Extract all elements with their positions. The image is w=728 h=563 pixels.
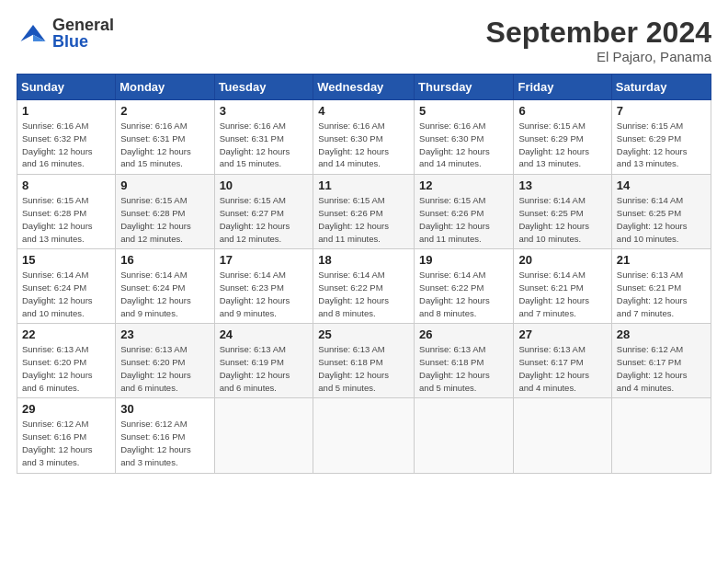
- day-info: Sunrise: 6:15 AMSunset: 6:28 PMDaylight:…: [120, 194, 209, 245]
- day-info: Sunrise: 6:14 AMSunset: 6:21 PMDaylight:…: [518, 269, 606, 319]
- page: General Blue September 2024 El Pajaro, P…: [0, 0, 728, 563]
- table-row: 22Sunrise: 6:13 AMSunset: 6:20 PMDayligh…: [17, 324, 116, 398]
- col-monday: Monday: [116, 75, 214, 100]
- table-row: 7Sunrise: 6:15 AMSunset: 6:29 PMDaylight…: [611, 100, 711, 175]
- table-row: 18Sunrise: 6:14 AMSunset: 6:22 PMDayligh…: [313, 249, 415, 324]
- day-info: Sunrise: 6:15 AMSunset: 6:26 PMDaylight:…: [318, 194, 409, 245]
- day-info: Sunrise: 6:16 AMSunset: 6:31 PMDaylight:…: [120, 120, 209, 170]
- table-row: 24Sunrise: 6:13 AMSunset: 6:19 PMDayligh…: [214, 324, 313, 398]
- table-row: 13Sunrise: 6:14 AMSunset: 6:25 PMDayligh…: [514, 175, 611, 249]
- day-number: 29: [22, 402, 110, 416]
- day-info: Sunrise: 6:15 AMSunset: 6:28 PMDaylight:…: [22, 194, 110, 245]
- day-info: Sunrise: 6:16 AMSunset: 6:30 PMDaylight:…: [419, 120, 508, 170]
- logo-general-text: General: [52, 17, 114, 33]
- day-info: Sunrise: 6:12 AMSunset: 6:17 PMDaylight:…: [617, 343, 706, 394]
- day-info: Sunrise: 6:13 AMSunset: 6:20 PMDaylight:…: [120, 343, 209, 394]
- day-number: 6: [518, 104, 606, 118]
- table-row: 25Sunrise: 6:13 AMSunset: 6:18 PMDayligh…: [313, 324, 415, 398]
- day-number: 14: [617, 178, 706, 192]
- col-tuesday: Tuesday: [214, 75, 313, 100]
- day-number: 19: [419, 253, 508, 267]
- day-number: 26: [419, 327, 508, 341]
- day-info: Sunrise: 6:15 AMSunset: 6:29 PMDaylight:…: [518, 120, 606, 170]
- day-info: Sunrise: 6:13 AMSunset: 6:18 PMDaylight:…: [419, 343, 508, 394]
- table-row: 3Sunrise: 6:16 AMSunset: 6:31 PMDaylight…: [214, 100, 313, 175]
- day-number: 12: [419, 178, 508, 192]
- day-info: Sunrise: 6:16 AMSunset: 6:32 PMDaylight:…: [22, 120, 110, 170]
- table-row: 9Sunrise: 6:15 AMSunset: 6:28 PMDaylight…: [116, 175, 214, 249]
- col-thursday: Thursday: [415, 75, 514, 100]
- day-number: 22: [22, 327, 110, 341]
- calendar-week-row: 1Sunrise: 6:16 AMSunset: 6:32 PMDaylight…: [17, 100, 711, 175]
- day-number: 13: [518, 178, 606, 192]
- table-row: 23Sunrise: 6:13 AMSunset: 6:20 PMDayligh…: [116, 324, 214, 398]
- logo-bird-icon: [17, 17, 50, 50]
- day-info: Sunrise: 6:14 AMSunset: 6:25 PMDaylight:…: [617, 194, 706, 245]
- month-title: September 2024: [486, 17, 711, 49]
- day-number: 17: [220, 253, 309, 267]
- table-row: [214, 398, 313, 473]
- table-row: 6Sunrise: 6:15 AMSunset: 6:29 PMDaylight…: [514, 100, 611, 175]
- day-number: 16: [120, 253, 209, 267]
- col-sunday: Sunday: [17, 75, 116, 100]
- table-row: 10Sunrise: 6:15 AMSunset: 6:27 PMDayligh…: [214, 175, 313, 249]
- day-number: 5: [419, 104, 508, 118]
- calendar-week-row: 15Sunrise: 6:14 AMSunset: 6:24 PMDayligh…: [17, 249, 711, 324]
- table-row: 28Sunrise: 6:12 AMSunset: 6:17 PMDayligh…: [611, 324, 711, 398]
- day-info: Sunrise: 6:14 AMSunset: 6:22 PMDaylight:…: [318, 269, 409, 319]
- col-friday: Friday: [514, 75, 611, 100]
- day-number: 2: [120, 104, 209, 118]
- day-number: 20: [518, 253, 606, 267]
- calendar: Sunday Monday Tuesday Wednesday Thursday…: [17, 74, 711, 473]
- table-row: 15Sunrise: 6:14 AMSunset: 6:24 PMDayligh…: [17, 249, 116, 324]
- day-number: 24: [220, 327, 309, 341]
- table-row: [611, 398, 711, 473]
- table-row: [313, 398, 415, 473]
- table-row: 27Sunrise: 6:13 AMSunset: 6:17 PMDayligh…: [514, 324, 611, 398]
- table-row: 2Sunrise: 6:16 AMSunset: 6:31 PMDaylight…: [116, 100, 214, 175]
- day-number: 7: [617, 104, 706, 118]
- day-info: Sunrise: 6:12 AMSunset: 6:16 PMDaylight:…: [120, 418, 209, 468]
- table-row: [415, 398, 514, 473]
- day-number: 28: [617, 327, 706, 341]
- calendar-week-row: 8Sunrise: 6:15 AMSunset: 6:28 PMDaylight…: [17, 175, 711, 249]
- logo: General Blue: [17, 17, 114, 50]
- day-number: 8: [22, 178, 110, 192]
- calendar-week-row: 22Sunrise: 6:13 AMSunset: 6:20 PMDayligh…: [17, 324, 711, 398]
- logo-blue-text: Blue: [52, 33, 114, 50]
- calendar-header-row: Sunday Monday Tuesday Wednesday Thursday…: [17, 75, 711, 100]
- day-info: Sunrise: 6:15 AMSunset: 6:26 PMDaylight:…: [419, 194, 508, 245]
- day-info: Sunrise: 6:14 AMSunset: 6:25 PMDaylight:…: [518, 194, 606, 245]
- day-number: 4: [318, 104, 409, 118]
- header: General Blue September 2024 El Pajaro, P…: [17, 17, 711, 64]
- table-row: 21Sunrise: 6:13 AMSunset: 6:21 PMDayligh…: [611, 249, 711, 324]
- day-number: 1: [22, 104, 110, 118]
- col-saturday: Saturday: [611, 75, 711, 100]
- table-row: 20Sunrise: 6:14 AMSunset: 6:21 PMDayligh…: [514, 249, 611, 324]
- table-row: 11Sunrise: 6:15 AMSunset: 6:26 PMDayligh…: [313, 175, 415, 249]
- table-row: 17Sunrise: 6:14 AMSunset: 6:23 PMDayligh…: [214, 249, 313, 324]
- day-info: Sunrise: 6:14 AMSunset: 6:24 PMDaylight:…: [22, 269, 110, 319]
- day-info: Sunrise: 6:12 AMSunset: 6:16 PMDaylight:…: [22, 418, 110, 468]
- day-info: Sunrise: 6:13 AMSunset: 6:17 PMDaylight:…: [518, 343, 606, 394]
- table-row: 4Sunrise: 6:16 AMSunset: 6:30 PMDaylight…: [313, 100, 415, 175]
- calendar-week-row: 29Sunrise: 6:12 AMSunset: 6:16 PMDayligh…: [17, 398, 711, 473]
- table-row: 8Sunrise: 6:15 AMSunset: 6:28 PMDaylight…: [17, 175, 116, 249]
- table-row: 29Sunrise: 6:12 AMSunset: 6:16 PMDayligh…: [17, 398, 116, 473]
- table-row: 14Sunrise: 6:14 AMSunset: 6:25 PMDayligh…: [611, 175, 711, 249]
- table-row: 5Sunrise: 6:16 AMSunset: 6:30 PMDaylight…: [415, 100, 514, 175]
- day-info: Sunrise: 6:13 AMSunset: 6:18 PMDaylight:…: [318, 343, 409, 394]
- title-block: September 2024 El Pajaro, Panama: [486, 17, 711, 64]
- logo-label: General Blue: [52, 17, 114, 50]
- day-number: 3: [220, 104, 309, 118]
- table-row: 1Sunrise: 6:16 AMSunset: 6:32 PMDaylight…: [17, 100, 116, 175]
- day-number: 11: [318, 178, 409, 192]
- day-info: Sunrise: 6:14 AMSunset: 6:24 PMDaylight:…: [120, 269, 209, 319]
- table-row: 19Sunrise: 6:14 AMSunset: 6:22 PMDayligh…: [415, 249, 514, 324]
- day-info: Sunrise: 6:15 AMSunset: 6:29 PMDaylight:…: [617, 120, 706, 170]
- location: El Pajaro, Panama: [486, 49, 711, 64]
- day-number: 21: [617, 253, 706, 267]
- day-number: 10: [220, 178, 309, 192]
- day-info: Sunrise: 6:14 AMSunset: 6:23 PMDaylight:…: [220, 269, 309, 319]
- day-number: 18: [318, 253, 409, 267]
